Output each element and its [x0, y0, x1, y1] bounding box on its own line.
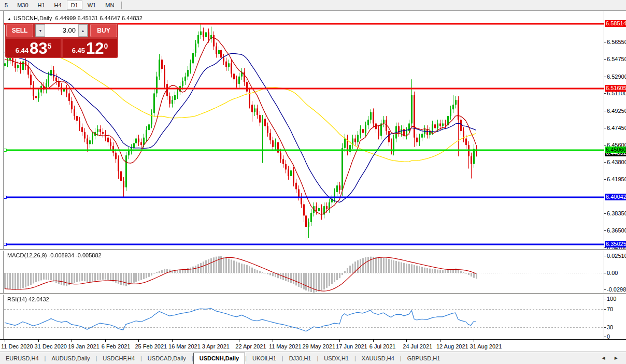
price-level-badge: 6.58514 — [605, 20, 626, 27]
rsi-pane-splitter[interactable] — [0, 293, 626, 295]
ohlc-close: 6.44832 — [122, 15, 143, 21]
axis-tick — [604, 273, 606, 273]
time-axis-label: 16 Mar 2021 — [168, 343, 201, 350]
rsi-axis-label: 70 — [607, 306, 613, 312]
chart-left-border — [3, 11, 4, 339]
chart-tab-usdchf[interactable]: USDCHF,H4 — [97, 353, 140, 364]
one-click-trading-panel: SELL ▼ 3.00 ▲ BUY 6.44 83 5 6.45 12 0 — [5, 23, 118, 58]
time-axis-label: 6 Jul 2021 — [369, 343, 396, 350]
time-axis-label: 25 Feb 2021 — [135, 343, 167, 350]
macd-pane-splitter[interactable] — [0, 249, 626, 251]
time-axis-tick — [206, 340, 206, 342]
time-axis-tick — [105, 340, 106, 342]
axis-tick — [604, 309, 606, 310]
time-axis-label: 19 Jan 2021 — [68, 343, 99, 350]
chart-tab-eurusd[interactable]: EURUSD,H4 — [0, 353, 45, 364]
price-axis-label: 6.49250 — [607, 108, 626, 114]
time-axis-label: 24 Jul 2021 — [403, 343, 432, 350]
sell-price-prefix: 6.44 — [16, 47, 29, 54]
time-axis-tick — [474, 340, 474, 342]
price-level-badge: 6.35025 — [605, 241, 626, 247]
sell-button[interactable]: SELL — [6, 24, 33, 37]
axis-tick — [604, 289, 606, 290]
time-axis-label: 29 May 2021 — [302, 343, 335, 350]
chart-tab-audusd[interactable]: AUDUSD,Daily — [46, 353, 95, 364]
symbol-title: USDCNH,Daily — [13, 15, 52, 21]
rsi-axis-label: 30 — [607, 324, 613, 330]
time-axis-tick — [5, 340, 5, 342]
chart-tab-usdcnh[interactable]: USDCNH,Daily — [193, 353, 245, 364]
timeframe-button-5[interactable]: 5 — [1, 1, 12, 10]
volume-decrease-button[interactable]: ▼ — [36, 24, 45, 37]
chart-tab-usdx[interactable]: USDX,H1 — [318, 353, 354, 364]
chart-tab-dj30[interactable]: DJ30,H1 — [283, 353, 317, 364]
timeframe-button-d1[interactable]: D1 — [67, 1, 82, 10]
timeframe-button-mn[interactable]: MN — [101, 1, 118, 10]
time-axis[interactable]: 11 Dec 202031 Dec 202019 Jan 20216 Feb 2… — [0, 339, 626, 352]
time-axis-label: 11 May 2021 — [269, 343, 302, 350]
axis-tick — [604, 230, 606, 231]
axis-tick — [604, 327, 606, 328]
price-axis-label: 6.41950 — [607, 176, 626, 182]
price-axis-label: 6.36500 — [607, 227, 626, 234]
time-axis-tick — [373, 340, 374, 342]
time-axis-label: 12 Aug 2021 — [436, 343, 468, 350]
chart-tab-gbpusd[interactable]: GBPUSD,H1 — [402, 353, 446, 364]
timeframe-button-h4[interactable]: H4 — [50, 1, 66, 10]
buy-button[interactable]: BUY — [90, 24, 117, 37]
rsi-indicator-canvas[interactable] — [4, 295, 604, 339]
sell-price-main: 83 — [30, 41, 47, 56]
chart-tab-bar: EURUSD,H4|AUDUSD,Daily|USDCHF,H4|USDCAD,… — [0, 352, 626, 364]
axis-tick — [604, 256, 606, 256]
time-axis-tick — [172, 340, 173, 342]
time-axis-label: 22 Apr 2021 — [235, 343, 266, 350]
timeframe-toolbar: 5M30H1H4D1W1MN — [0, 0, 626, 11]
time-axis-tick — [339, 340, 340, 342]
axis-tick — [604, 59, 606, 60]
axis-tick — [604, 145, 606, 145]
axis-tick — [604, 42, 606, 42]
axis-tick — [604, 337, 606, 337]
axis-tick — [604, 93, 606, 94]
price-axis-label: 6.52900 — [607, 74, 626, 80]
ohlc-high: 6.45131 — [77, 15, 98, 21]
sell-price-display[interactable]: 6.44 83 5 — [6, 39, 61, 57]
axis-tick — [604, 213, 606, 214]
price-level-badge: 6.40042 — [605, 194, 626, 200]
timeframe-button-m30[interactable]: M30 — [13, 1, 32, 10]
time-axis-tick — [239, 340, 239, 342]
axis-tick — [604, 299, 606, 299]
ohlc-open: 6.44999 — [55, 15, 76, 21]
time-axis-tick — [306, 340, 306, 342]
price-axis-label: 6.54750 — [607, 56, 626, 62]
price-level-badge: 6.45060 — [605, 147, 626, 153]
buy-price-display[interactable]: 6.45 12 0 — [63, 39, 117, 57]
time-axis-label: 31 Aug 2021 — [470, 343, 502, 350]
price-axis[interactable]: 6.565506.547506.529006.511006.492506.474… — [604, 11, 626, 339]
volume-increase-button[interactable]: ▲ — [78, 24, 88, 37]
time-axis-tick — [138, 340, 139, 342]
price-axis-label: 6.43800 — [607, 159, 626, 165]
axis-tick — [604, 179, 606, 180]
buy-price-main: 12 — [86, 41, 104, 56]
toolbar-separator — [121, 2, 122, 9]
time-axis-label: 3 Apr 2021 — [202, 343, 230, 350]
ohlc-low: 6.44647 — [99, 15, 120, 21]
volume-input[interactable]: 3.00 — [45, 24, 78, 37]
tab-scroll-arrows[interactable]: ◀ ▶ — [602, 356, 622, 360]
buy-price-prefix: 6.45 — [72, 47, 85, 54]
timeframe-button-w1[interactable]: W1 — [83, 1, 101, 10]
axis-tick — [604, 128, 606, 128]
buy-price-fraction: 0 — [104, 42, 108, 50]
chart-tab-ukoil[interactable]: UKOil,H1 — [247, 353, 282, 364]
axis-tick — [604, 111, 606, 111]
time-axis-label: 11 Dec 2020 — [1, 343, 33, 350]
time-axis-label: 31 Dec 2020 — [35, 343, 67, 350]
macd-label: MACD(12,26,9) -0.008934 -0.005882 — [7, 252, 102, 258]
time-axis-tick — [72, 340, 72, 342]
timeframe-button-h1[interactable]: H1 — [34, 1, 49, 10]
chart-tab-usdcad[interactable]: USDCAD,Daily — [142, 353, 192, 364]
chart-tab-xauusd[interactable]: XAUUSD,H4 — [356, 353, 400, 364]
time-axis-tick — [440, 340, 440, 342]
price-level-badge: 6.51605 — [605, 85, 626, 92]
